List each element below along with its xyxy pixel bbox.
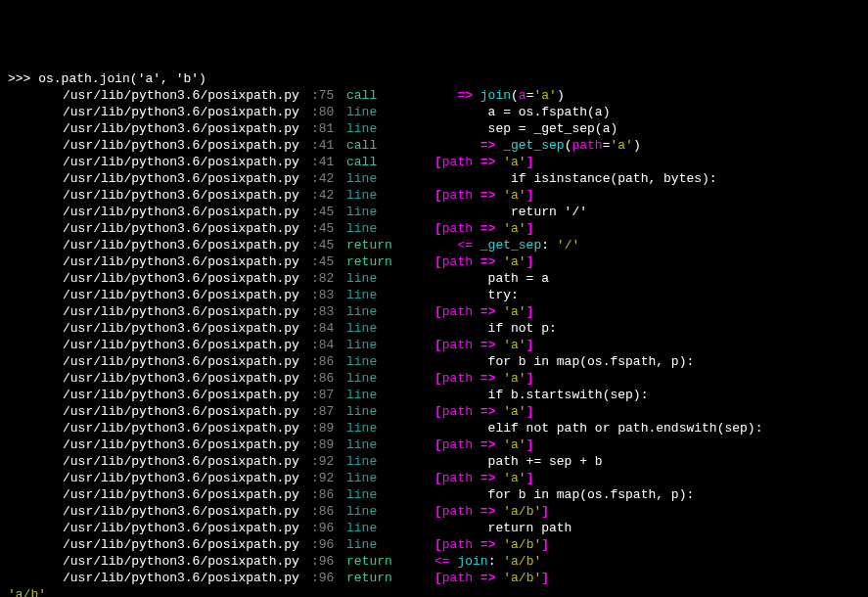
trace-file: /usr/lib/python3.6/posixpath.py	[8, 320, 311, 337]
trace-event: line	[346, 453, 434, 470]
trace-event: line	[346, 204, 434, 220]
trace-row: /usr/lib/python3.6/posixpath.py:41call[p…	[8, 154, 860, 170]
trace-event: line	[346, 387, 434, 403]
trace-event: line	[346, 303, 434, 320]
trace-event: line	[346, 187, 434, 204]
trace-file: /usr/lib/python3.6/posixpath.py	[8, 204, 311, 220]
file-path: /usr/lib/python3.6/posixpath.py	[8, 137, 299, 154]
trace-row: /usr/lib/python3.6/posixpath.py:96line r…	[8, 520, 860, 536]
file-path: /usr/lib/python3.6/posixpath.py	[8, 403, 299, 420]
trace-event: return	[346, 553, 434, 570]
trace-row: /usr/lib/python3.6/posixpath.py:86line[p…	[8, 370, 860, 387]
trace-detail: => join(a='a')	[434, 88, 565, 103]
trace-lineno: :42	[311, 170, 346, 187]
trace-file: /usr/lib/python3.6/posixpath.py	[8, 453, 311, 470]
trace-file: /usr/lib/python3.6/posixpath.py	[8, 403, 311, 420]
trace-lineno: :87	[311, 403, 346, 420]
trace-row: /usr/lib/python3.6/posixpath.py:42line i…	[8, 170, 860, 187]
trace-event: call	[346, 87, 434, 104]
trace-file: /usr/lib/python3.6/posixpath.py	[8, 387, 311, 403]
trace-detail: if b.startswith(sep):	[434, 388, 648, 402]
file-path: /usr/lib/python3.6/posixpath.py	[8, 387, 299, 403]
file-path: /usr/lib/python3.6/posixpath.py	[8, 237, 299, 253]
trace-detail: <= join: 'a/b'	[434, 554, 541, 569]
trace-detail: <= _get_sep: '/'	[434, 238, 579, 253]
trace-event: line	[346, 536, 434, 553]
trace-event: line	[346, 170, 434, 187]
trace-detail: sep = _get_sep(a)	[434, 121, 617, 136]
trace-file: /usr/lib/python3.6/posixpath.py	[8, 253, 311, 270]
file-path: /usr/lib/python3.6/posixpath.py	[8, 486, 299, 503]
trace-event: return	[346, 570, 434, 586]
trace-detail: path = a	[434, 271, 549, 286]
trace-event: call	[346, 137, 434, 154]
trace-row: /usr/lib/python3.6/posixpath.py:84line i…	[8, 320, 860, 337]
trace-detail: [path => 'a']	[434, 437, 533, 452]
trace-detail: if isinstance(path, bytes):	[434, 171, 717, 186]
trace-detail: for b in map(os.fspath, p):	[434, 354, 694, 369]
file-path: /usr/lib/python3.6/posixpath.py	[8, 436, 299, 453]
terminal-output: >>> os.path.join('a', 'b')/usr/lib/pytho…	[8, 70, 860, 597]
trace-lineno: :87	[311, 387, 346, 403]
trace-file: /usr/lib/python3.6/posixpath.py	[8, 187, 311, 204]
trace-detail: try:	[434, 288, 519, 302]
trace-row: /usr/lib/python3.6/posixpath.py:41call =…	[8, 137, 860, 154]
file-path: /usr/lib/python3.6/posixpath.py	[8, 87, 299, 104]
trace-event: line	[346, 403, 434, 420]
trace-event: line	[346, 503, 434, 520]
file-path: /usr/lib/python3.6/posixpath.py	[8, 370, 299, 387]
trace-file: /usr/lib/python3.6/posixpath.py	[8, 553, 311, 570]
trace-lineno: :84	[311, 337, 346, 353]
trace-event: line	[346, 436, 434, 453]
file-path: /usr/lib/python3.6/posixpath.py	[8, 503, 299, 520]
trace-row: /usr/lib/python3.6/posixpath.py:86line[p…	[8, 503, 860, 520]
trace-event: line	[346, 520, 434, 536]
trace-detail: [path => 'a']	[434, 188, 533, 203]
trace-detail: [path => 'a/b']	[434, 571, 549, 585]
trace-file: /usr/lib/python3.6/posixpath.py	[8, 486, 311, 503]
repl-result-line: 'a/b'	[8, 586, 860, 597]
trace-detail: path += sep + b	[434, 454, 603, 469]
file-path: /usr/lib/python3.6/posixpath.py	[8, 536, 299, 553]
trace-file: /usr/lib/python3.6/posixpath.py	[8, 237, 311, 253]
trace-detail: [path => 'a/b']	[434, 537, 549, 552]
trace-row: /usr/lib/python3.6/posixpath.py:45line[p…	[8, 220, 860, 237]
trace-row: /usr/lib/python3.6/posixpath.py:87line i…	[8, 387, 860, 403]
trace-lineno: :41	[311, 154, 346, 170]
trace-file: /usr/lib/python3.6/posixpath.py	[8, 104, 311, 120]
trace-file: /usr/lib/python3.6/posixpath.py	[8, 536, 311, 553]
trace-detail: [path => 'a']	[434, 471, 533, 485]
file-path: /usr/lib/python3.6/posixpath.py	[8, 320, 299, 337]
file-path: /usr/lib/python3.6/posixpath.py	[8, 420, 299, 436]
trace-file: /usr/lib/python3.6/posixpath.py	[8, 220, 311, 237]
file-path: /usr/lib/python3.6/posixpath.py	[8, 120, 299, 137]
trace-event: line	[346, 104, 434, 120]
trace-lineno: :45	[311, 253, 346, 270]
file-path: /usr/lib/python3.6/posixpath.py	[8, 520, 299, 536]
trace-event: call	[346, 154, 434, 170]
trace-row: /usr/lib/python3.6/posixpath.py:42line[p…	[8, 187, 860, 204]
trace-row: /usr/lib/python3.6/posixpath.py:92line[p…	[8, 470, 860, 486]
trace-lineno: :80	[311, 104, 346, 120]
trace-file: /usr/lib/python3.6/posixpath.py	[8, 154, 311, 170]
trace-detail: [path => 'a']	[434, 404, 533, 419]
repl-prompt: >>>	[8, 71, 38, 86]
trace-lineno: :89	[311, 436, 346, 453]
trace-detail: if not p:	[434, 321, 557, 336]
trace-row: /usr/lib/python3.6/posixpath.py:83line[p…	[8, 303, 860, 320]
trace-lineno: :96	[311, 553, 346, 570]
trace-row: /usr/lib/python3.6/posixpath.py:80line a…	[8, 104, 860, 120]
repl-input-line[interactable]: >>> os.path.join('a', 'b')	[8, 70, 860, 87]
trace-lineno: :83	[311, 287, 346, 303]
file-path: /usr/lib/python3.6/posixpath.py	[8, 170, 299, 187]
trace-row: /usr/lib/python3.6/posixpath.py:82line p…	[8, 270, 860, 287]
trace-event: return	[346, 253, 434, 270]
trace-detail: [path => 'a']	[434, 221, 533, 236]
trace-detail: [path => 'a']	[434, 254, 533, 269]
file-path: /usr/lib/python3.6/posixpath.py	[8, 287, 299, 303]
trace-lineno: :86	[311, 486, 346, 503]
trace-event: line	[346, 370, 434, 387]
trace-lineno: :84	[311, 320, 346, 337]
file-path: /usr/lib/python3.6/posixpath.py	[8, 553, 299, 570]
file-path: /usr/lib/python3.6/posixpath.py	[8, 353, 299, 370]
